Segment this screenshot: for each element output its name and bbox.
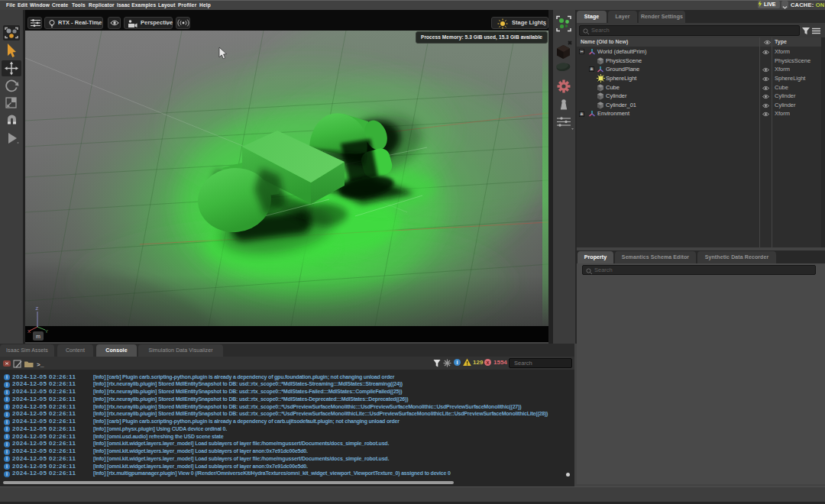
svg-text:X: X <box>28 329 31 334</box>
svg-text:Z: Z <box>36 306 39 311</box>
svg-text:Y: Y <box>45 329 48 334</box>
svg-text:m: m <box>36 334 40 339</box>
svg-text:>_: >_ <box>37 361 44 368</box>
